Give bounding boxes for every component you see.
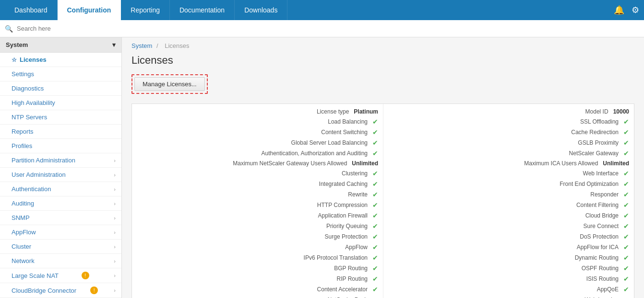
check-icon: ✔ [372, 296, 378, 298]
breadcrumb-parent[interactable]: System [131, 42, 152, 49]
license-label: Load Balancing [137, 118, 372, 125]
tab-configuration[interactable]: Configuration [58, 0, 121, 20]
check-icon: ✔ [623, 201, 629, 209]
license-label: SSL Offloading [388, 118, 623, 125]
license-label: Surge Protection [137, 233, 372, 240]
license-row: Content Accelerator✔ [132, 284, 383, 295]
search-icon: 🔍 [5, 25, 13, 33]
license-label: IPv6 Protocol Translation [137, 254, 372, 261]
license-label: Content Switching [137, 129, 372, 136]
chevron-right-icon: › [114, 273, 116, 278]
license-label: Content Filtering [388, 202, 623, 208]
gear-icon[interactable]: ⚙ [632, 5, 639, 15]
license-row: DoS Protection✔ [383, 231, 634, 242]
bell-icon[interactable]: 🔔 [614, 5, 624, 15]
sidebar-item-label: AppFlow [12, 229, 36, 236]
license-row: Load Balancing✔ [132, 116, 383, 127]
license-row: GSLB Proximity✔ [383, 138, 634, 148]
sidebar-item-label: Auditing [12, 200, 34, 207]
check-icon: ✔ [623, 180, 629, 188]
check-icon: ✔ [372, 170, 378, 177]
sidebar-section-system[interactable]: System ▾ [0, 37, 121, 53]
sidebar-item-profiles[interactable]: Profiles [0, 139, 121, 153]
check-icon: ✔ [623, 275, 629, 283]
license-row: Clustering✔ [132, 168, 383, 179]
sidebar-item-label: Settings [12, 70, 34, 78]
tab-dashboard[interactable]: Dashboard [5, 0, 58, 20]
license-row: Application Firewall✔ [132, 210, 383, 221]
breadcrumb-separator: / [156, 42, 160, 49]
sidebar-item-licenses[interactable]: ☆Licenses [0, 53, 121, 67]
check-icon: ✔ [372, 264, 378, 272]
check-icon: ✔ [372, 201, 378, 209]
license-row: Cache Redirection✔ [383, 127, 634, 138]
license-row: Global Server Load Balancing✔ [132, 138, 383, 148]
tab-reporting[interactable]: Reporting [121, 0, 170, 20]
chevron-right-icon: › [114, 229, 116, 235]
sidebar-item-high-availability[interactable]: High Availability [0, 96, 121, 110]
license-label: License type [137, 108, 354, 115]
search-input[interactable] [17, 25, 113, 32]
license-label: AppQoE [388, 286, 623, 293]
sidebar-item-diagnostics[interactable]: Diagnostics [0, 81, 121, 96]
license-row: Integrated Caching✔ [132, 179, 383, 189]
sidebar-item-large-scale-nat[interactable]: Large Scale NAT!› [0, 268, 121, 283]
sidebar-item-label: Diagnostics [12, 85, 44, 92]
license-label: Sure Connect [388, 223, 623, 229]
license-row: AppFlow for ICA✔ [383, 242, 634, 252]
sidebar-item-ntp-servers[interactable]: NTP Servers [0, 110, 121, 125]
check-icon: ✔ [623, 286, 629, 293]
sidebar-item-label: Reports [12, 128, 34, 135]
license-label: Cache Redirection [388, 129, 623, 136]
sidebar-item-cluster[interactable]: Cluster› [0, 240, 121, 254]
check-icon: ✔ [372, 275, 378, 283]
chevron-right-icon: › [114, 244, 116, 250]
license-label: Front End Optimization [388, 181, 623, 187]
sidebar: System ▾ ☆LicensesSettingsDiagnosticsHig… [0, 37, 122, 298]
sidebar-item-appflow[interactable]: AppFlow› [0, 225, 121, 240]
check-icon: ✔ [623, 222, 629, 230]
check-icon: ✔ [623, 264, 629, 272]
check-icon: ✔ [372, 180, 378, 188]
sidebar-item-cloudbridge-connector[interactable]: CloudBridge Connector!› [0, 283, 121, 298]
license-label: Integrated Caching [137, 181, 372, 187]
chevron-right-icon: › [114, 201, 116, 206]
check-icon: ✔ [623, 243, 629, 251]
license-label: Responder [388, 191, 623, 198]
tab-downloads[interactable]: Downloads [235, 0, 287, 20]
manage-licenses-button[interactable]: Manage Licenses... [134, 77, 205, 91]
license-row: SSL Offloading✔ [383, 116, 634, 127]
chevron-right-icon: › [114, 186, 116, 192]
top-nav: Dashboard Configuration Reporting Docume… [0, 0, 644, 20]
sidebar-item-network[interactable]: Network› [0, 254, 121, 268]
sidebar-item-snmp[interactable]: SNMP› [0, 211, 121, 225]
license-row: NetScaler Gateway✔ [383, 148, 634, 159]
sidebar-item-user-administration[interactable]: User Administration› [0, 168, 121, 182]
license-row: Priority Queuing✔ [132, 221, 383, 231]
sidebar-item-label: SNMP [12, 214, 30, 221]
license-row: Dynamic Routing✔ [383, 252, 634, 263]
license-label: Maximum ICA Users Allowed [388, 160, 603, 167]
sidebar-item-auditing[interactable]: Auditing› [0, 196, 121, 211]
check-icon: ✔ [623, 212, 629, 219]
sidebar-item-reports[interactable]: Reports [0, 125, 121, 139]
license-row: Web Interface✔ [383, 168, 634, 179]
sidebar-item-authentication[interactable]: Authentication› [0, 182, 121, 196]
chevron-right-icon: › [114, 158, 116, 163]
license-label: Model ID [388, 108, 613, 115]
tab-documentation[interactable]: Documentation [170, 0, 235, 20]
main-layout: System ▾ ☆LicensesSettingsDiagnosticsHig… [0, 37, 644, 298]
breadcrumb-current: Licenses [165, 42, 189, 49]
sidebar-item-settings[interactable]: Settings [0, 67, 121, 81]
chevron-right-icon: › [114, 172, 116, 178]
license-label: ISIS Routing [388, 275, 623, 282]
sidebar-item-label: Network [12, 257, 35, 264]
sidebar-section-label: System [6, 41, 28, 48]
license-row: OSPF Routing✔ [383, 263, 634, 274]
sidebar-item-label: Cluster [12, 243, 31, 250]
license-label: RIP Routing [137, 275, 372, 282]
license-row: Content Switching✔ [132, 127, 383, 138]
license-label: DoS Protection [388, 233, 623, 240]
sidebar-item-partition-administration[interactable]: Partition Administration› [0, 153, 121, 168]
license-label: Authentication, Authorization and Auditi… [137, 150, 372, 157]
